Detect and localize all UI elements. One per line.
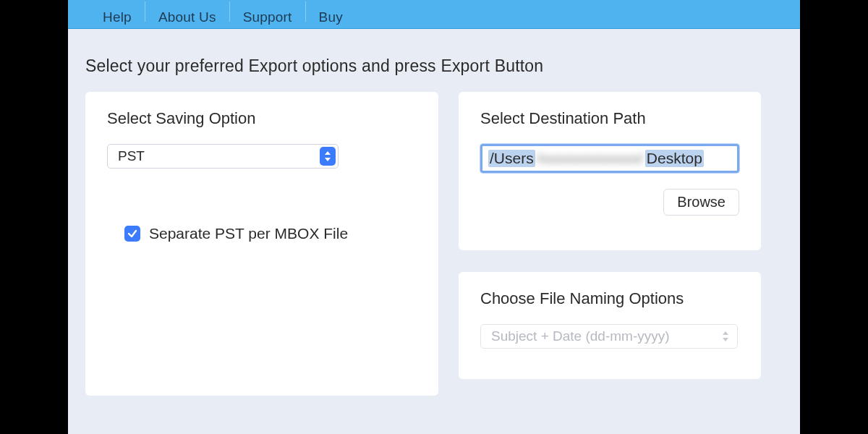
saving-format-select[interactable]: PST (107, 144, 339, 169)
toolbar-support[interactable]: Support (230, 0, 305, 25)
naming-title: Choose File Naming Options (480, 289, 739, 308)
toolbar-about-us[interactable]: About Us (145, 0, 229, 25)
check-icon (127, 229, 137, 239)
left-column: Select Saving Option PST Separate PST pe… (85, 92, 438, 396)
path-prefix: /Users (488, 150, 535, 167)
toolbar-support-label: Support (243, 9, 292, 25)
separate-pst-label: Separate PST per MBOX File (149, 225, 348, 242)
browse-row: Browse (480, 189, 739, 216)
saving-option-card: Select Saving Option PST Separate PST pe… (85, 92, 438, 396)
updown-stepper-icon (719, 329, 732, 344)
naming-value: Subject + Date (dd-mm-yyyy) (480, 324, 738, 349)
page-heading: Select your preferred Export options and… (85, 56, 786, 76)
saving-format-value: PST (107, 144, 339, 169)
browse-button[interactable]: Browse (663, 189, 739, 216)
separate-pst-checkbox[interactable] (124, 226, 140, 242)
right-column: Select Destination Path /Users/xxxxxxxxx… (459, 92, 761, 379)
toolbar: Help About Us Support Buy (68, 0, 800, 29)
toolbar-help-label: Help (103, 9, 132, 25)
path-obscured: /xxxxxxxxxxxxx/ (537, 150, 644, 167)
app-window: Help About Us Support Buy Select your pr… (68, 0, 800, 434)
naming-select[interactable]: Subject + Date (dd-mm-yyyy) (480, 324, 738, 349)
panels-row: Select Saving Option PST Separate PST pe… (85, 92, 786, 396)
destination-card: Select Destination Path /Users/xxxxxxxxx… (459, 92, 761, 250)
toolbar-buy-label: Buy (319, 9, 343, 25)
toolbar-buy[interactable]: Buy (306, 0, 356, 25)
destination-path-input[interactable]: /Users/xxxxxxxxxxxxx/Desktop (480, 144, 739, 173)
separate-pst-row: Separate PST per MBOX File (124, 225, 417, 242)
saving-option-title: Select Saving Option (107, 109, 417, 128)
naming-card: Choose File Naming Options Subject + Dat… (459, 272, 761, 379)
updown-stepper-icon (320, 147, 336, 166)
toolbar-help[interactable]: Help (90, 0, 145, 25)
destination-title: Select Destination Path (480, 109, 739, 128)
path-suffix: Desktop (645, 150, 704, 167)
toolbar-about-label: About Us (158, 9, 216, 25)
content-area: Select your preferred Export options and… (68, 29, 800, 410)
